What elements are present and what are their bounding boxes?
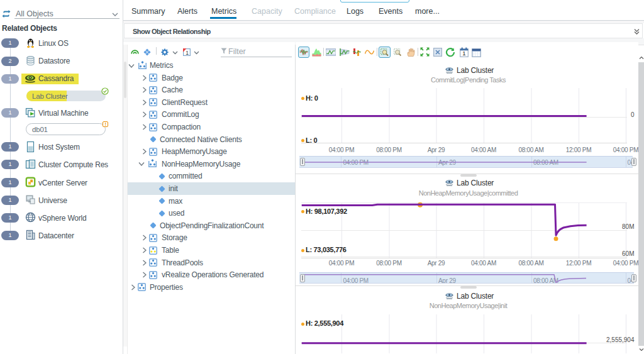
svg-text:1: 1 bbox=[186, 50, 189, 56]
svg-text:1: 1 bbox=[462, 50, 465, 57]
